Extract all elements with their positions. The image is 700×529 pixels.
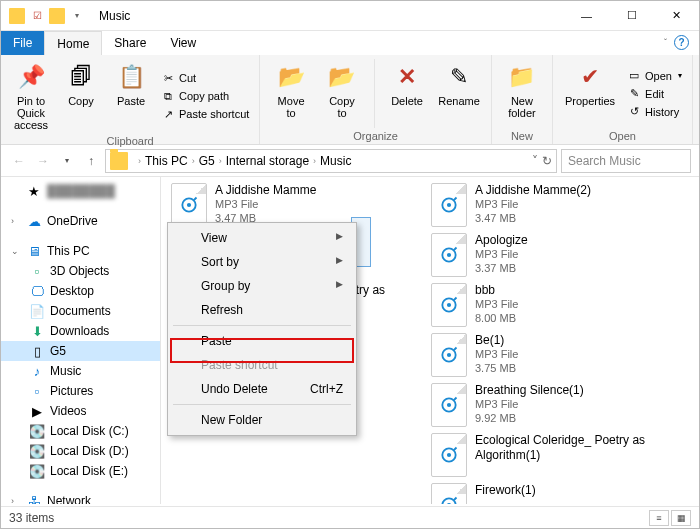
mp3-file-icon [431,483,467,504]
tree-item[interactable]: ▫3D Objects [1,261,160,281]
new-folder-button[interactable]: 📁New folder [500,59,544,128]
file-item[interactable]: ApologizeMP3 File3.37 MB [431,233,671,277]
nav-forward-button[interactable]: → [33,151,53,171]
refresh-icon[interactable]: ↻ [542,154,552,168]
file-item[interactable]: A Jiddishe Mamme(2)MP3 File3.47 MB [431,183,671,227]
file-size: 3.75 MB [475,362,518,376]
paste-button[interactable]: 📋 Paste [109,59,153,133]
file-size: 8.00 MB [475,312,518,326]
tree-item[interactable]: 💽Local Disk (D:) [1,441,160,461]
tree-item[interactable]: 💽Local Disk (C:) [1,421,160,441]
help-icon[interactable]: ? [674,35,689,50]
file-name: Firework(1) [475,483,536,498]
edit-button[interactable]: ✎Edit [625,86,684,102]
maximize-button[interactable]: ☐ [609,1,654,31]
file-type: MP3 File [475,348,518,362]
tree-item-selected[interactable]: ▯G5 [1,341,160,361]
svg-point-21 [447,503,451,504]
file-type: MP3 File [475,248,528,262]
menu-new-folder[interactable]: New Folder [171,408,353,432]
delete-icon: ✕ [398,64,416,90]
tab-home[interactable]: Home [44,31,102,55]
tab-share[interactable]: Share [102,31,158,55]
address-bar: ← → ▾ ↑ › This PC› G5› Internal storage›… [1,145,699,177]
file-item[interactable]: Firework(1) [431,483,671,504]
copyto-icon: 📂 [328,64,355,90]
tree-quick-access[interactable]: ★████████ [1,181,160,201]
qat-dropdown[interactable]: ▾ [69,8,85,24]
chevron-right-icon: ▶ [336,255,343,265]
network-icon: 🖧 [26,493,42,504]
file-item[interactable]: Breathing Silence(1)MP3 File9.92 MB [431,383,671,427]
copy-path-button[interactable]: ⧉Copy path [159,88,251,104]
objects-icon: ▫ [29,263,45,279]
file-item[interactable]: Be(1)MP3 File3.75 MB [431,333,671,377]
file-item[interactable]: bbbMP3 File8.00 MB [431,283,671,327]
view-details-button[interactable]: ≡ [649,510,669,526]
disk-icon: 💽 [29,423,45,439]
breadcrumb[interactable]: › This PC› G5› Internal storage› Music ˅… [105,149,557,173]
tree-item[interactable]: 📄Documents [1,301,160,321]
window-title: Music [99,9,130,23]
move-to-button[interactable]: 📂Move to [268,59,313,128]
breadcrumb-item[interactable]: Music [320,154,351,168]
ribbon-tabs: File Home Share View ˇ ? [1,31,699,55]
menu-group-by[interactable]: Group by▶ [171,274,353,298]
open-button[interactable]: ▭Open▾ [625,68,684,84]
tab-file[interactable]: File [1,31,44,55]
nav-recent-button[interactable]: ▾ [57,151,77,171]
tree-item[interactable]: 💽Local Disk (E:) [1,461,160,481]
breadcrumb-item[interactable]: This PC [145,154,188,168]
view-icons-button[interactable]: ▦ [671,510,691,526]
mp3-file-icon [431,383,467,427]
paste-shortcut-button[interactable]: ↗Paste shortcut [159,106,251,122]
device-icon: ▯ [29,343,45,359]
rename-button[interactable]: ✎Rename [435,59,483,128]
tree-item[interactable]: ▶Videos [1,401,160,421]
pin-to-quick-access-button[interactable]: 📌 Pin to Quick access [9,59,53,133]
folder-icon [9,8,25,24]
search-input[interactable]: Search Music [561,149,691,173]
svg-point-17 [447,403,451,407]
file-item[interactable]: A Jiddishe MammeMP3 File3.47 MB [171,183,411,227]
nav-back-button[interactable]: ← [9,151,29,171]
history-button[interactable]: ↺History [625,104,684,120]
tree-item[interactable]: ⬇Downloads [1,321,160,341]
breadcrumb-item[interactable]: G5 [199,154,215,168]
file-size: 9.92 MB [475,412,584,426]
tab-view[interactable]: View [158,31,208,55]
copy-to-button[interactable]: 📂Copy to [320,59,364,128]
menu-undo-delete[interactable]: Undo DeleteCtrl+Z [171,377,353,401]
edit-icon: ✎ [627,87,641,101]
file-item[interactable]: Ecological Coleridge_ Poetry as Algorith… [431,433,671,477]
copy-button[interactable]: 🗐 Copy [59,59,103,133]
qat-item[interactable]: ☑ [29,8,45,24]
ribbon-collapse-icon[interactable]: ˇ [664,37,667,47]
close-button[interactable]: ✕ [654,1,699,31]
menu-sort-by[interactable]: Sort by▶ [171,250,353,274]
file-list[interactable]: A Jiddishe MammeMP3 File3.47 MBBreathing… [161,177,699,504]
menu-paste[interactable]: Paste [171,329,353,353]
shortcut-icon: ↗ [161,107,175,121]
properties-button[interactable]: ✔Properties [561,59,619,128]
menu-view[interactable]: View▶ [171,226,353,250]
tree-item[interactable]: ▫Pictures [1,381,160,401]
nav-up-button[interactable]: ↑ [81,151,101,171]
mp3-file-icon [431,183,467,227]
tree-onedrive[interactable]: ›☁OneDrive [1,211,160,231]
minimize-button[interactable]: — [564,1,609,31]
file-type: MP3 File [475,198,591,212]
group-label: Organize [268,128,483,142]
tree-this-pc[interactable]: ⌄🖥This PC [1,241,160,261]
cut-button[interactable]: ✂Cut [159,70,251,86]
menu-refresh[interactable]: Refresh [171,298,353,322]
tree-network[interactable]: ›🖧Network [1,491,160,504]
qat-item[interactable] [49,8,65,24]
tree-item[interactable]: ♪Music [1,361,160,381]
chevron-down-icon[interactable]: ˅ [532,154,538,168]
disk-icon: 💽 [29,463,45,479]
breadcrumb-item[interactable]: Internal storage [226,154,309,168]
tree-item[interactable]: 🖵Desktop [1,281,160,301]
path-icon: ⧉ [161,89,175,103]
delete-button[interactable]: ✕Delete [385,59,429,128]
